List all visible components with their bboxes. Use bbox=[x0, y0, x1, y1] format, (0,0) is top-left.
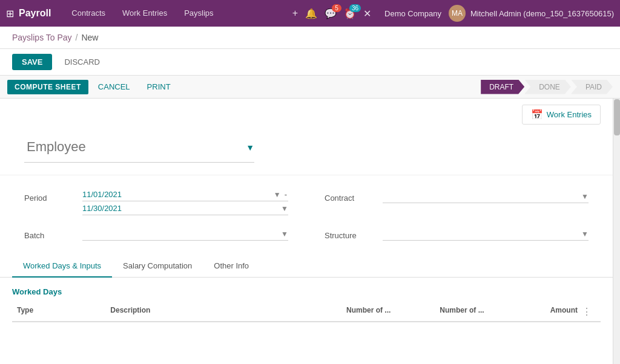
batch-input-wrap[interactable]: ▼ bbox=[82, 227, 288, 241]
breadcrumb-current: New bbox=[81, 33, 98, 42]
period-from-wrap: ▼ - bbox=[82, 190, 288, 201]
tabs-bar: Worked Days & Inputs Salary Computation … bbox=[0, 255, 613, 278]
breadcrumb-separator: / bbox=[76, 33, 78, 42]
save-button[interactable]: SAVE bbox=[12, 54, 52, 70]
column-options-icon[interactable]: ⋮ bbox=[578, 306, 596, 317]
nav-link-contracts[interactable]: Contracts bbox=[63, 0, 114, 27]
scrollbar-track bbox=[613, 99, 620, 364]
batch-value-wrap: ▼ bbox=[82, 227, 288, 241]
work-entries-button[interactable]: 📅 Work Entries bbox=[522, 105, 601, 125]
action-bar: SAVE DISCARD bbox=[0, 49, 620, 76]
compute-sheet-button[interactable]: COMPUTE SHEET bbox=[7, 80, 88, 94]
content-area: 📅 Work Entries ▼ Period ▼ - bbox=[0, 99, 613, 364]
batch-arrow[interactable]: ▼ bbox=[281, 230, 288, 238]
period-to-wrap: ▼ bbox=[82, 204, 288, 215]
plus-icon[interactable]: + bbox=[292, 8, 298, 19]
discard-button[interactable]: DISCARD bbox=[58, 54, 106, 70]
batch-label: Batch bbox=[24, 227, 73, 240]
contract-label: Contract bbox=[325, 190, 373, 203]
print-button[interactable]: PRINT bbox=[140, 79, 178, 94]
col-description: Description bbox=[110, 306, 297, 317]
period-label: Period bbox=[24, 190, 73, 203]
apps-icon[interactable]: ⊞ bbox=[6, 8, 14, 19]
bell-icon[interactable]: 🔔 bbox=[305, 8, 317, 19]
period-to-arrow[interactable]: ▼ bbox=[281, 204, 288, 213]
worked-days-title: Worked Days bbox=[12, 287, 601, 296]
brand-label: Payroll bbox=[19, 8, 51, 19]
col-number-2: Number of ... bbox=[391, 306, 484, 317]
status-pipeline: DRAFT DONE PAID bbox=[481, 80, 613, 94]
nav-icons: + 🔔 💬 5 ⏰ 36 ✕ Demo Company MA Mitchell … bbox=[292, 5, 614, 22]
period-value-wrap: ▼ - ▼ bbox=[82, 190, 288, 218]
structure-input-wrap[interactable]: ▼ bbox=[383, 227, 589, 241]
employee-input-wrap: ▼ bbox=[24, 137, 254, 163]
employee-dropdown-arrow[interactable]: ▼ bbox=[246, 143, 254, 152]
nav-link-payslips[interactable]: Payslips bbox=[176, 0, 222, 27]
cancel-button[interactable]: CANCEL bbox=[91, 79, 137, 94]
structure-arrow[interactable]: ▼ bbox=[581, 230, 589, 238]
period-from-arrow[interactable]: ▼ bbox=[274, 190, 281, 199]
period-separator: - bbox=[283, 190, 288, 199]
period-from-input[interactable] bbox=[82, 190, 271, 199]
clock-icon[interactable]: ⏰ 36 bbox=[344, 8, 356, 19]
breadcrumb: Payslips To Pay / New bbox=[0, 27, 620, 49]
nav-link-work-entries[interactable]: Work Entries bbox=[114, 0, 176, 27]
scrollbar-thumb[interactable] bbox=[614, 99, 620, 135]
company-label: Demo Company bbox=[384, 9, 441, 18]
structure-label: Structure bbox=[325, 227, 373, 240]
fields-grid: Period ▼ - ▼ Contract bbox=[0, 175, 613, 255]
period-field: Period ▼ - ▼ bbox=[24, 190, 288, 218]
contract-value-wrap: ▼ bbox=[383, 190, 589, 203]
close-icon[interactable]: ✕ bbox=[363, 8, 371, 19]
calendar-icon: 📅 bbox=[531, 109, 543, 120]
contract-arrow[interactable]: ▼ bbox=[581, 192, 589, 201]
col-number-1: Number of ... bbox=[297, 306, 391, 317]
tab-salary-computation[interactable]: Salary Computation bbox=[112, 255, 203, 278]
structure-field: Structure ▼ bbox=[325, 227, 589, 241]
batch-field: Batch ▼ bbox=[24, 227, 288, 241]
breadcrumb-parent[interactable]: Payslips To Pay bbox=[12, 33, 72, 42]
tab-worked-days[interactable]: Worked Days & Inputs bbox=[12, 255, 112, 278]
batch-input[interactable] bbox=[82, 229, 281, 238]
status-step-done[interactable]: DONE bbox=[524, 80, 571, 94]
chat-badge: 5 bbox=[332, 4, 341, 12]
secondary-action-bar: COMPUTE SHEET CANCEL PRINT DRAFT DONE PA… bbox=[0, 76, 620, 99]
user-label: Mitchell Admin (demo_150_1637650615) bbox=[470, 9, 614, 18]
clock-badge: 36 bbox=[349, 4, 361, 12]
worked-days-section: Worked Days Type Description Number of .… bbox=[0, 278, 613, 332]
status-step-paid[interactable]: PAID bbox=[571, 80, 613, 94]
employee-field-section: ▼ bbox=[0, 131, 613, 175]
work-entries-section: 📅 Work Entries bbox=[0, 99, 613, 131]
chat-icon[interactable]: 💬 5 bbox=[325, 8, 337, 19]
contract-input-wrap[interactable]: ▼ bbox=[383, 190, 589, 203]
main-content: 📅 Work Entries ▼ Period ▼ - bbox=[0, 99, 620, 364]
employee-input[interactable] bbox=[24, 137, 246, 158]
period-to-input[interactable] bbox=[82, 204, 279, 213]
top-navigation: ⊞ Payroll Contracts Work Entries Payslip… bbox=[0, 0, 620, 27]
structure-input[interactable] bbox=[383, 229, 581, 238]
work-entries-label: Work Entries bbox=[547, 110, 592, 119]
nav-links: Contracts Work Entries Payslips bbox=[63, 0, 292, 27]
user-menu[interactable]: MA Mitchell Admin (demo_150_1637650615) bbox=[449, 5, 614, 22]
tab-other-info[interactable]: Other Info bbox=[203, 255, 260, 278]
contract-field: Contract ▼ bbox=[325, 190, 589, 218]
status-step-draft[interactable]: DRAFT bbox=[481, 80, 524, 94]
contract-input[interactable] bbox=[383, 192, 581, 201]
structure-value-wrap: ▼ bbox=[383, 227, 589, 241]
table-header: Type Description Number of ... Number of… bbox=[12, 302, 601, 322]
col-type: Type bbox=[17, 306, 110, 317]
col-amount: Amount bbox=[484, 306, 578, 317]
avatar: MA bbox=[449, 5, 466, 22]
